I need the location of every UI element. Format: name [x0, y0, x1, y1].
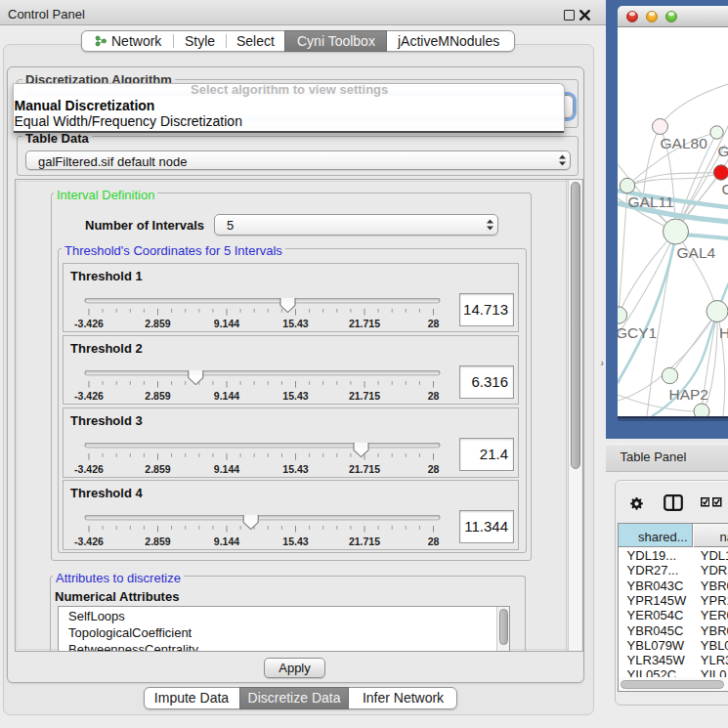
svg-text:GAL11: GAL11 — [627, 193, 673, 209]
svg-text:GA: GA — [717, 142, 728, 158]
svg-text:HAP2: HAP2 — [668, 385, 708, 402]
svg-text:GAL4: GAL4 — [676, 243, 715, 260]
svg-text:H: H — [719, 324, 728, 341]
svg-text:GCY1: GCY1 — [618, 324, 657, 341]
svg-text:C: C — [721, 180, 728, 196]
svg-text:GAL80: GAL80 — [660, 135, 707, 151]
